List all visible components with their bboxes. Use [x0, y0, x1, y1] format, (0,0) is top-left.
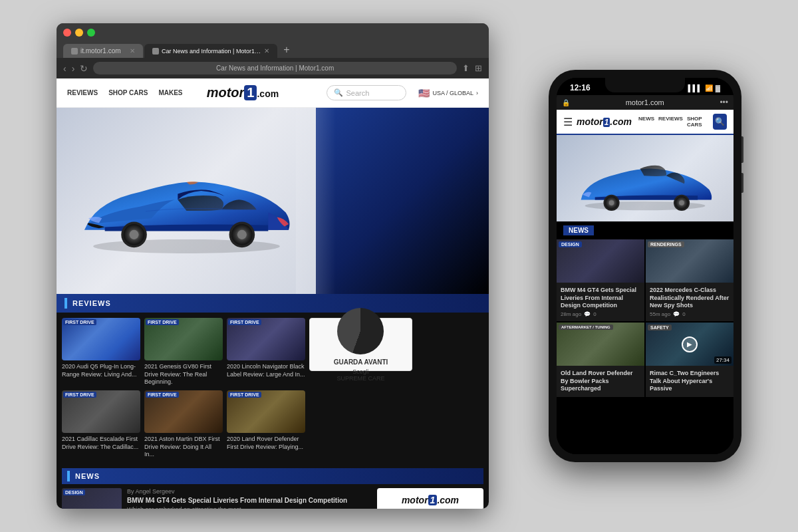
- bottom-section: NEWS DESIGN By Angel Sergeev BMW M4 GT4 …: [57, 464, 489, 509]
- more-icon[interactable]: ⊞: [475, 63, 482, 73]
- logo-com-text: .com: [257, 88, 279, 99]
- mobile-browser-bar: 🔒 motor1.com •••: [557, 95, 733, 110]
- ad-content: GUARDA AVANTI ScegliSUPREME CARE: [334, 308, 388, 382]
- car-buying-ad[interactable]: motor1.com Car Buying Service: [377, 488, 483, 509]
- mobile-news-card-2[interactable]: RENDERINGS 2022 Mercedes C-Class Realist…: [646, 239, 733, 321]
- news-label: NEWS: [75, 472, 100, 480]
- mobile-search-button[interactable]: 🔍: [713, 114, 727, 130]
- minimize-btn[interactable]: [75, 29, 83, 37]
- review-card-5[interactable]: FIRST DRIVE 2021 Aston Martin DBX First …: [144, 390, 223, 459]
- svg-point-10: [609, 200, 614, 205]
- logo-1-box: 1: [244, 85, 257, 100]
- news-headline: BMW M4 GT4 Gets Special Liveries From In…: [127, 496, 347, 505]
- browser-tabs: it.motor1.com ✕ Car News and Information…: [63, 42, 482, 58]
- news-article[interactable]: DESIGN By Angel Sergeev BMW M4 GT4 Gets …: [62, 488, 372, 509]
- volume-button[interactable]: [741, 173, 743, 193]
- battery-icon: ▓: [716, 84, 720, 92]
- car-buying-logo: motor1.com: [384, 495, 477, 505]
- review-title-5: 2021 Aston Martin DBX First Drive Review…: [144, 436, 223, 459]
- nav-reviews[interactable]: REVIEWS: [67, 89, 98, 96]
- url-field[interactable]: Car News and Information | Motor1.com: [93, 62, 457, 74]
- refresh-button[interactable]: ↻: [80, 63, 88, 74]
- new-tab-button[interactable]: +: [279, 42, 295, 58]
- ad-text-sub: ScegliSUPREME CARE: [336, 368, 384, 382]
- news-snippet: Which car embarked on attracting the mos…: [127, 506, 347, 509]
- mobile-card-title-2: 2022 Mercedes C-Class Realistically Rend…: [650, 287, 730, 310]
- region-selector[interactable]: 🇺🇸 USA / GLOBAL ›: [418, 88, 478, 98]
- reviews-grid: FIRST DRIVE 2020 Audi Q5 Plug-In Long-Ra…: [57, 313, 489, 464]
- review-card-2[interactable]: FIRST DRIVE 2021 Genesis GV80 First Driv…: [144, 318, 223, 386]
- mobile-card-content-3: Old Land Rover Defender By Bowler Packs …: [557, 366, 644, 397]
- review-card-3[interactable]: FIRST DRIVE 2020 Lincoln Navigator Black…: [227, 318, 305, 386]
- tab-label-2: Car News and Information | Motor1.com: [162, 48, 261, 55]
- mobile-badge-1: DESIGN: [559, 241, 582, 247]
- review-card-1[interactable]: FIRST DRIVE 2020 Audi Q5 Plug-In Long-Ra…: [62, 318, 140, 386]
- mobile-news-card-1[interactable]: DESIGN BMW M4 GT4 Gets Special Liveries …: [557, 239, 644, 321]
- mobile-nav-reviews[interactable]: REVIEWS: [658, 116, 683, 128]
- close-btn[interactable]: [63, 29, 71, 37]
- mobile-address[interactable]: motor1.com: [574, 98, 716, 106]
- news-accent: [67, 471, 70, 481]
- browser-actions: ⬆ ⊞: [462, 63, 482, 73]
- traffic-lights: [63, 29, 482, 37]
- review-badge-2: FIRST DRIVE: [146, 319, 179, 325]
- news-badge: DESIGN: [63, 489, 85, 495]
- review-card-6[interactable]: FIRST DRIVE 2020 Land Rover Defender Fir…: [227, 390, 305, 459]
- svg-point-13: [679, 200, 684, 205]
- news-thumb: DESIGN: [62, 488, 122, 509]
- review-thumb-4: FIRST DRIVE: [62, 390, 140, 433]
- hamburger-icon[interactable]: ☰: [563, 116, 573, 128]
- mobile-card-title-1: BMW M4 GT4 Gets Special Liveries From In…: [561, 287, 640, 310]
- phone-time: 12:16: [570, 83, 591, 92]
- browser-tab-1[interactable]: it.motor1.com ✕: [63, 44, 143, 58]
- mobile-card-content-4: Rimac C_Two Engineers Talk About Hyperca…: [646, 366, 733, 397]
- mobile-card-title-4: Rimac C_Two Engineers Talk About Hyperca…: [650, 370, 730, 393]
- review-card-4[interactable]: FIRST DRIVE 2021 Cadillac Escalade First…: [62, 390, 140, 459]
- mobile-card-thumb-3: AFTERMARKET / TUNING: [557, 323, 644, 366]
- tab-close-2[interactable]: ✕: [264, 47, 269, 55]
- mobile-news-card-4[interactable]: SAFETY ▶ 27:34 Rimac C_Two Engineers Tal…: [646, 323, 733, 397]
- reviews-section: REVIEWS FIRST DRIVE 2020 Audi Q5 Plug-In…: [57, 294, 489, 464]
- mobile-badge-2: RENDERINGS: [648, 241, 684, 247]
- maximize-btn[interactable]: [87, 29, 95, 37]
- review-thumb-2: FIRST DRIVE: [144, 318, 223, 360]
- svg-point-6: [237, 230, 246, 239]
- mobile-nav-shop[interactable]: SHOP CARS: [687, 116, 709, 128]
- phone-status-icons: ▌▌▌ 📶 ▓: [688, 84, 720, 92]
- header-accent: [65, 298, 67, 309]
- mobile-nav: ☰ motor1.com NEWS REVIEWS SHOP CARS 🔍: [557, 110, 733, 135]
- mobile-phone: 12:16 ▌▌▌ 📶 ▓ 🔒 motor1.com ••• ☰ motor1.…: [549, 70, 741, 462]
- news-author: By Angel Sergeev: [127, 488, 347, 495]
- browser-tab-2[interactable]: Car News and Information | Motor1.com ✕: [144, 44, 277, 58]
- svg-point-3: [129, 230, 138, 239]
- mobile-card-content-2: 2022 Mercedes C-Class Realistically Rend…: [646, 283, 733, 321]
- mobile-news-card-3[interactable]: AFTERMARKET / TUNING Old Land Rover Defe…: [557, 323, 644, 397]
- back-button[interactable]: ‹: [63, 63, 66, 74]
- search-bar[interactable]: 🔍 Search: [327, 85, 406, 100]
- power-button[interactable]: [741, 136, 743, 163]
- mobile-news-label: NEWS: [563, 225, 594, 235]
- dots-icon[interactable]: •••: [720, 98, 728, 107]
- tab-close[interactable]: ✕: [130, 47, 135, 55]
- advertisement: GUARDA AVANTI ScegliSUPREME CARE: [309, 318, 412, 371]
- mobile-card-meta-1: 28m ago 💬 0: [561, 311, 640, 317]
- forward-button[interactable]: ›: [72, 63, 75, 74]
- lock-icon: 🔒: [562, 99, 570, 106]
- mobile-nav-news[interactable]: NEWS: [638, 116, 654, 128]
- car-buying-service: Car Buying Service: [384, 507, 477, 509]
- share-icon[interactable]: ⬆: [462, 63, 469, 73]
- nav-makes[interactable]: MAKES: [158, 89, 182, 96]
- nav-shop-cars[interactable]: SHOP CARS: [108, 89, 148, 96]
- mobile-nav-links: NEWS REVIEWS SHOP CARS: [638, 116, 709, 128]
- signal-icon: ▌▌▌: [688, 84, 702, 92]
- tab-label: it.motor1.com: [80, 47, 121, 55]
- wifi-icon: 📶: [705, 84, 713, 92]
- tab-favicon-2: [152, 48, 159, 55]
- review-title-1: 2020 Audi Q5 Plug-In Long-Range Review: …: [62, 363, 140, 378]
- play-button[interactable]: ▶: [682, 336, 698, 352]
- flag-icon: 🇺🇸: [418, 88, 430, 98]
- review-thumb-5: FIRST DRIVE: [144, 390, 223, 433]
- review-title-2: 2021 Genesis GV80 First Drive Review: Th…: [144, 363, 223, 386]
- logo-motor-text: motor: [207, 85, 245, 100]
- address-bar: ‹ › ↻ Car News and Information | Motor1.…: [57, 58, 489, 78]
